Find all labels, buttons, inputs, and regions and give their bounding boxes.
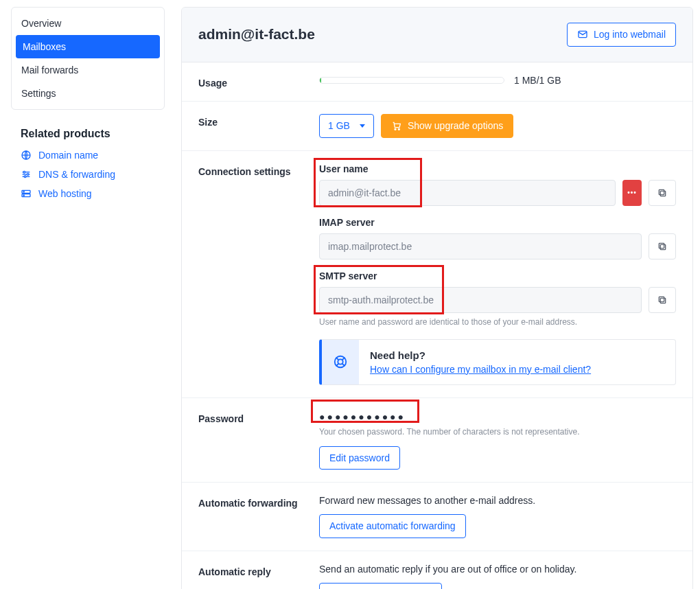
forwarding-desc: Forward new messages to another e-mail a…	[319, 495, 676, 506]
related-web-hosting[interactable]: Web hosting	[11, 184, 165, 203]
sidebar: Overview Mailboxes Mail forwards Setting…	[11, 7, 165, 589]
connection-hint: User name and password are identical to …	[319, 317, 676, 327]
upgrade-label: Show upgrade options	[408, 120, 503, 132]
related-label: Domain name	[38, 150, 98, 161]
help-link[interactable]: How can I configure my mailbox in my e-m…	[370, 364, 591, 375]
related-heading: Related products	[11, 128, 165, 146]
reply-label: Automatic reply	[198, 564, 319, 589]
copy-icon	[657, 241, 668, 252]
usage-progress	[319, 77, 504, 84]
smtp-field: smtp-auth.mailprotect.be	[319, 287, 642, 313]
svg-point-3	[24, 176, 26, 178]
related-label: DNS & forwarding	[38, 169, 115, 180]
globe-icon	[21, 150, 32, 161]
row-connection: Connection settings User name admin@it-f…	[182, 151, 692, 398]
help-title: Need help?	[370, 349, 591, 361]
forwarding-label: Automatic forwarding	[198, 495, 319, 538]
usage-label: Usage	[198, 75, 319, 89]
row-forwarding: Automatic forwarding Forward new message…	[182, 483, 692, 551]
size-dropdown[interactable]: 1 GB	[319, 114, 374, 138]
edit-password-button[interactable]: Edit password	[319, 446, 400, 470]
row-password: Password ●●●●●●●●●●● Your chosen passwor…	[182, 398, 692, 483]
svg-rect-14	[659, 243, 664, 248]
copy-icon	[657, 187, 668, 198]
activate-reply-button[interactable]: Activate automatic reply	[319, 583, 442, 589]
svg-point-18	[338, 359, 342, 364]
smtp-label: SMTP server	[319, 270, 676, 281]
row-usage: Usage 1 MB/1 GB	[182, 62, 692, 102]
ellipsis-icon: •••	[627, 189, 637, 196]
nav-mail-forwards[interactable]: Mail forwards	[12, 58, 164, 82]
svg-point-2	[27, 174, 29, 176]
imap-label: IMAP server	[319, 217, 676, 228]
mailbox-panel: admin@it-fact.be Log into webmail Usage …	[181, 7, 693, 589]
copy-icon	[657, 294, 668, 305]
svg-rect-15	[660, 298, 665, 303]
svg-rect-13	[660, 244, 665, 249]
show-upgrade-button[interactable]: Show upgrade options	[381, 114, 513, 138]
copy-smtp-button[interactable]	[649, 287, 676, 313]
login-webmail-label: Log into webmail	[594, 29, 666, 41]
server-icon	[21, 188, 32, 199]
size-selected: 1 GB	[328, 120, 350, 132]
size-label: Size	[198, 114, 319, 138]
chevron-down-icon	[360, 124, 365, 128]
copy-username-button[interactable]	[649, 180, 676, 206]
usage-text: 1 MB/1 GB	[514, 75, 561, 86]
nav-settings[interactable]: Settings	[12, 82, 164, 105]
row-size: Size 1 GB Show upgrade options	[182, 102, 692, 151]
svg-rect-16	[659, 297, 664, 301]
activate-forwarding-button[interactable]: Activate automatic forwarding	[319, 514, 466, 538]
password-hint: Your chosen password. The number of char…	[319, 427, 676, 437]
related-domain-name[interactable]: Domain name	[11, 146, 165, 165]
connection-label: Connection settings	[198, 163, 319, 385]
main: admin@it-fact.be Log into webmail Usage …	[181, 7, 693, 589]
panel-header: admin@it-fact.be Log into webmail	[182, 8, 692, 62]
svg-rect-12	[659, 189, 664, 194]
related-dns[interactable]: DNS & forwarding	[11, 165, 165, 184]
related-label: Web hosting	[38, 188, 92, 199]
nav-card: Overview Mailboxes Mail forwards Setting…	[11, 7, 165, 110]
reply-desc: Send an automatic reply if you are out o…	[319, 564, 676, 575]
svg-point-1	[23, 171, 25, 173]
imap-field: imap.mailprotect.be	[319, 233, 642, 259]
cart-icon	[391, 120, 402, 131]
row-reply: Automatic reply Send an automatic reply …	[182, 551, 692, 589]
svg-point-9	[395, 129, 396, 130]
page-title: admin@it-fact.be	[198, 26, 315, 43]
copy-imap-button[interactable]	[649, 233, 676, 259]
password-label: Password	[198, 411, 319, 470]
username-field: admin@it-fact.be	[319, 180, 616, 206]
nav-mailboxes[interactable]: Mailboxes	[16, 35, 160, 58]
svg-point-6	[23, 192, 24, 192]
sliders-icon	[21, 169, 32, 180]
svg-point-10	[398, 129, 399, 130]
username-label: User name	[319, 163, 676, 174]
svg-point-7	[23, 195, 24, 196]
mail-icon	[577, 29, 588, 40]
nav-overview[interactable]: Overview	[12, 12, 164, 35]
svg-rect-11	[660, 191, 665, 196]
lifebuoy-icon	[333, 354, 348, 369]
login-webmail-button[interactable]: Log into webmail	[567, 23, 676, 47]
help-callout: Need help? How can I configure my mailbo…	[319, 339, 676, 385]
help-icon-box	[322, 340, 359, 384]
password-mask: ●●●●●●●●●●●	[319, 411, 406, 426]
more-actions-button[interactable]: •••	[622, 180, 642, 206]
